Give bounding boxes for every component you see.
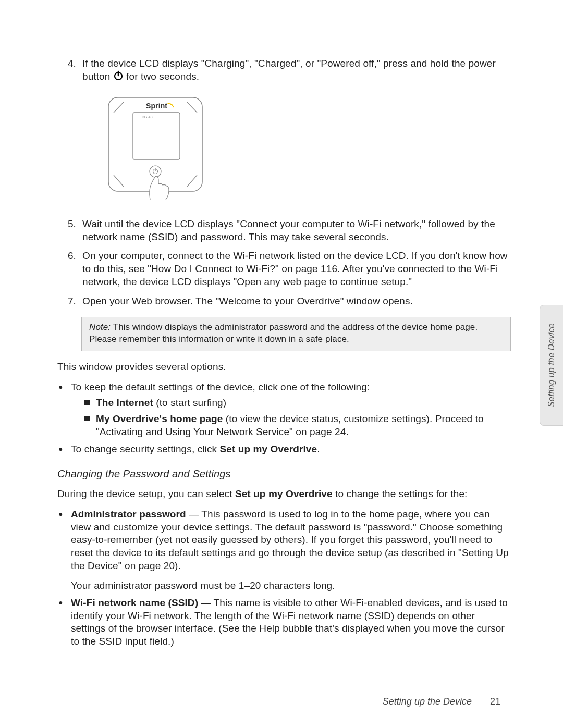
setup-intro-pre: During the device setup, you can select	[57, 488, 235, 499]
option-the-internet-bold: The Internet	[96, 397, 153, 408]
step-7-text: Open your Web browser. The "Welcome to y…	[82, 295, 511, 308]
side-section-tab-label: Setting up the Device	[546, 323, 557, 408]
option-keep-default: To keep the default settings of the devi…	[57, 381, 511, 439]
side-section-tab: Setting up the Device	[540, 305, 563, 426]
sprint-swoosh-icon	[167, 103, 174, 108]
step-4-number: 4.	[57, 57, 82, 84]
subheading-changing-password: Changing the Password and Settings	[57, 467, 511, 480]
option-security-post: .	[317, 443, 320, 454]
option-security: To change security settings, click Set u…	[57, 443, 511, 456]
footer-chapter: Setting up the Device	[383, 696, 472, 707]
step-6: 6. On your computer, connect to the Wi-F…	[57, 250, 511, 288]
step-5: 5. Wait until the device LCD displays "C…	[57, 218, 511, 243]
device-brand-text: Sprint	[146, 102, 167, 110]
footer-page-number: 21	[490, 696, 500, 707]
step-4-text: If the device LCD displays "Charging", "…	[82, 57, 511, 84]
option-the-internet: The Internet (to start surfing)	[84, 397, 511, 410]
step-6-text: On your computer, connect to the Wi-Fi n…	[82, 250, 511, 288]
step-5-text: Wait until the device LCD displays "Conn…	[82, 218, 511, 243]
step-7: 7. Open your Web browser. The "Welcome t…	[57, 295, 511, 308]
setup-intro-post: to change the settings for the:	[333, 488, 468, 499]
options-intro: This window provides several options.	[57, 361, 511, 374]
setting-ssid-bold: Wi-Fi network name (SSID)	[71, 597, 198, 608]
step-7-number: 7.	[57, 295, 82, 308]
setup-intro: During the device setup, you can select …	[57, 488, 511, 501]
setup-intro-bold: Set up my Overdrive	[235, 488, 333, 499]
page-footer: Setting up the Device 21	[383, 696, 500, 707]
power-icon	[113, 70, 124, 84]
step-4: 4. If the device LCD displays "Charging"…	[57, 57, 511, 84]
svg-rect-3	[133, 113, 180, 159]
option-the-internet-rest: (to start surfing)	[153, 397, 226, 408]
note-label: Note:	[89, 322, 111, 332]
option-keep-default-text: To keep the default settings of the devi…	[71, 381, 370, 392]
setting-admin-password: Administrator password — This password i…	[57, 508, 511, 593]
step-6-number: 6.	[57, 250, 82, 288]
option-home-page-bold: My Overdrive's home page	[96, 413, 223, 424]
option-security-pre: To change security settings, click	[71, 443, 219, 454]
setting-admin-password-bold: Administrator password	[71, 509, 186, 520]
device-figure: Sprint 3G|4G	[104, 94, 511, 207]
note-text: This window displays the administrator p…	[89, 322, 478, 344]
step-5-number: 5.	[57, 218, 82, 243]
step-4-text-post: for two seconds.	[126, 71, 199, 82]
admin-password-length: Your administrator password must be 1–20…	[71, 579, 511, 593]
option-security-bold: Set up my Overdrive	[219, 443, 317, 454]
setting-ssid: Wi-Fi network name (SSID) — This name is…	[57, 597, 511, 648]
option-home-page: My Overdrive's home page (to view the de…	[84, 413, 511, 438]
note-box: Note: This window displays the administr…	[81, 317, 511, 351]
page-content: 4. If the device LCD displays "Charging"…	[57, 57, 511, 648]
finger-icon	[150, 176, 169, 200]
device-lcd-text: 3G|4G	[142, 115, 153, 119]
